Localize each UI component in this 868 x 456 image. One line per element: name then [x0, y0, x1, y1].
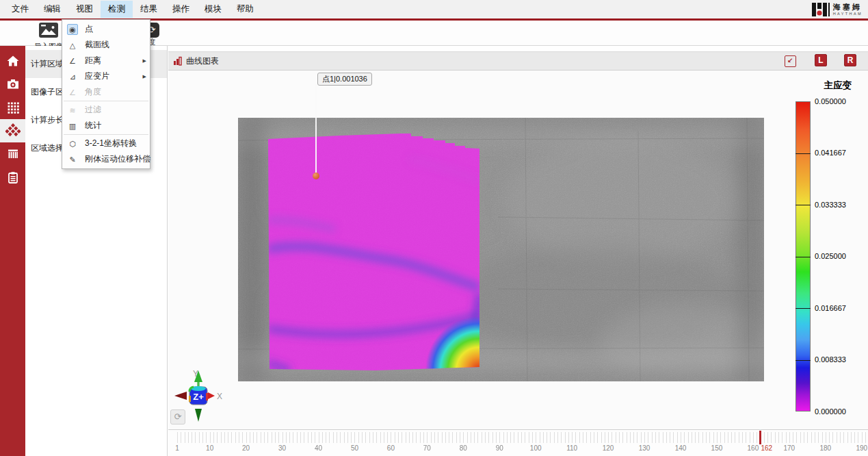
right-camera-button[interactable]: R [844, 54, 856, 66]
timeline-tick [449, 432, 449, 443]
timeline-tick [420, 432, 421, 443]
menubar-item-结果[interactable]: 结果 [133, 1, 165, 18]
timeline-tick-label: 40 [315, 444, 322, 452]
sidebar-item-subset-grid[interactable] [0, 96, 25, 119]
timeline-tick [445, 432, 446, 443]
timeline-tick [311, 432, 312, 443]
timeline-tick [854, 432, 855, 443]
timeline-tick [471, 432, 471, 443]
timeline-tick [278, 432, 279, 443]
timeline-tick [409, 432, 410, 443]
sidebar-item-calibration-board[interactable] [0, 142, 25, 166]
colorbar-tick [795, 257, 811, 257]
specimen-image[interactable] [238, 118, 764, 381]
timeline-tick-label: 10 [206, 444, 213, 452]
timeline-tick [474, 432, 475, 443]
timeline-tick [402, 432, 402, 443]
colorbar-tick [795, 360, 811, 361]
timeline-tick [239, 432, 239, 443]
timeline-tick [543, 432, 544, 443]
timeline-tick [728, 432, 728, 443]
timeline-tick [536, 432, 536, 443]
restore-view-button[interactable]: ↙ [785, 55, 796, 67]
sidebar-item-report[interactable] [0, 166, 25, 189]
timeline-tick [583, 432, 583, 443]
chart-header-title: 曲线图表 [186, 55, 219, 67]
point-value-tag[interactable]: 点1|0.001036 [317, 73, 372, 86]
gizmo-x-neg-arrow [174, 392, 187, 400]
timeline-tick [206, 432, 207, 443]
timeline-tick [496, 432, 497, 443]
menubar-item-编辑[interactable]: 编辑 [36, 1, 68, 18]
timeline-tick [829, 432, 830, 443]
timeline-tick [815, 432, 815, 443]
timeline-tick [210, 432, 211, 443]
menu-item-section-line[interactable]: △截面线 [62, 37, 150, 53]
timeline-tick [775, 432, 776, 443]
timeline-tick [272, 432, 272, 443]
timeline-tick [322, 432, 323, 443]
timeline-tick [865, 432, 866, 443]
menu-item-label: 过滤 [85, 104, 101, 116]
timeline-tick [572, 432, 573, 443]
timeline-tick [460, 432, 460, 443]
menu-item-statistics[interactable]: ▥统计 [62, 118, 150, 134]
menu-bar: 文件编辑视图检测结果操作模块帮助 海塞姆 HAYTHAM [0, 0, 868, 18]
menubar-item-模块[interactable]: 模块 [197, 1, 229, 18]
timeline-tick [434, 432, 435, 443]
current-frame-marker[interactable] [759, 431, 761, 444]
menubar-item-文件[interactable]: 文件 [4, 1, 36, 18]
timeline-tick [568, 432, 569, 443]
menu-item-coordinate-transform[interactable]: ⬡3-2-1坐标转换 [62, 136, 150, 151]
menu-item-label: 角度 [85, 86, 101, 98]
timeline-tick [804, 432, 804, 443]
timeline-tick [482, 432, 482, 443]
menu-item-strain-gauge[interactable]: ⊿应变片▶ [62, 68, 150, 84]
menubar-item-检测[interactable]: 检测 [101, 1, 133, 18]
menu-item-point[interactable]: ◉点 [62, 21, 150, 37]
timeline-tick [181, 432, 181, 443]
timeline-tick [199, 432, 200, 443]
gizmo-y-neg-arrow [195, 409, 202, 422]
app-logo: 海塞姆 HAYTHAM [812, 2, 863, 17]
detect-menu: ◉点△截面线∠距离▶⊿应变片▶∠角度≋过滤▥统计⬡3-2-1坐标转换✎刚体运动位… [62, 19, 150, 169]
timeline-tick [800, 432, 801, 443]
menu-item-label: 刚体运动位移补偿 [85, 153, 150, 165]
menubar-item-帮助[interactable]: 帮助 [229, 1, 261, 18]
menu-separator [64, 134, 148, 135]
timeline-tick [622, 432, 623, 443]
timeline-tick [217, 432, 218, 443]
menu-item-rigid-body-compensation[interactable]: ✎刚体运动位移补偿 [62, 151, 150, 167]
import-image-icon [38, 22, 59, 41]
submenu-arrow-icon: ▶ [143, 58, 146, 64]
timeline-tick [739, 432, 739, 443]
timeline-tick [822, 432, 823, 443]
reset-view-button[interactable]: ⟳ [170, 409, 185, 425]
timeline-tick [340, 432, 341, 443]
point-marker[interactable] [313, 173, 319, 179]
frame-timeline[interactable]: 1102030405060708090100110120130140150160… [168, 429, 868, 456]
left-camera-button[interactable]: L [815, 54, 827, 66]
sidebar-item-home[interactable] [0, 49, 25, 73]
timeline-tick [329, 432, 330, 443]
timeline-tick [782, 432, 782, 443]
timeline-tick [253, 432, 254, 443]
timeline-tick [666, 432, 667, 443]
timeline-tick [858, 432, 858, 443]
timeline-tick-label: 90 [496, 444, 503, 452]
menu-item-label: 3-2-1坐标转换 [85, 138, 137, 149]
menubar-item-操作[interactable]: 操作 [165, 1, 197, 18]
sidebar [0, 46, 25, 456]
timeline-tick [778, 432, 779, 443]
sidebar-item-camera[interactable] [0, 73, 25, 96]
menubar-item-视图[interactable]: 视图 [68, 1, 101, 18]
timeline-tick [492, 432, 493, 443]
timeline-tick [793, 432, 793, 443]
timeline-tick [354, 432, 355, 443]
distance-icon: ∠ [67, 55, 78, 66]
menu-item-label: 统计 [85, 120, 101, 131]
menu-item-distance[interactable]: ∠距离▶ [62, 53, 150, 68]
timeline-tick [525, 432, 525, 443]
sidebar-item-speckle[interactable] [0, 119, 25, 142]
timeline-tick-label: 170 [784, 444, 795, 452]
